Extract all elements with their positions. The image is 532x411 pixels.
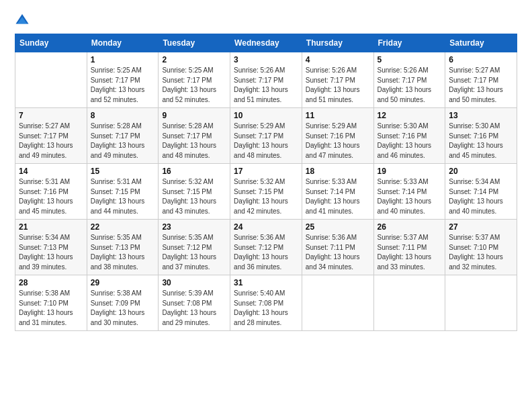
calendar-cell: 29Sunrise: 5:38 AM Sunset: 7:09 PM Dayli… bbox=[87, 275, 159, 331]
day-info: Sunrise: 5:36 AM Sunset: 7:12 PM Dayligh… bbox=[234, 233, 298, 272]
day-number: 4 bbox=[306, 55, 370, 64]
calendar-cell: 11Sunrise: 5:29 AM Sunset: 7:16 PM Dayli… bbox=[302, 108, 373, 164]
day-info: Sunrise: 5:31 AM Sunset: 7:16 PM Dayligh… bbox=[19, 177, 83, 216]
day-number: 26 bbox=[378, 222, 442, 232]
day-info: Sunrise: 5:34 AM Sunset: 7:13 PM Dayligh… bbox=[19, 233, 83, 272]
day-info: Sunrise: 5:39 AM Sunset: 7:08 PM Dayligh… bbox=[162, 289, 226, 328]
calendar-row: 7Sunrise: 5:27 AM Sunset: 7:17 PM Daylig… bbox=[15, 108, 517, 164]
day-info: Sunrise: 5:37 AM Sunset: 7:10 PM Dayligh… bbox=[449, 233, 513, 272]
logo-area bbox=[15, 12, 32, 27]
day-info: Sunrise: 5:28 AM Sunset: 7:17 PM Dayligh… bbox=[91, 122, 155, 161]
header-cell-saturday: Saturday bbox=[445, 34, 517, 52]
calendar-cell: 4Sunrise: 5:26 AM Sunset: 7:17 PM Daylig… bbox=[302, 52, 373, 108]
day-number: 25 bbox=[306, 222, 370, 232]
calendar-header-row: SundayMondayTuesdayWednesdayThursdayFrid… bbox=[15, 34, 517, 52]
calendar-row: 14Sunrise: 5:31 AM Sunset: 7:16 PM Dayli… bbox=[15, 164, 517, 220]
day-number: 15 bbox=[91, 167, 155, 176]
calendar-cell: 28Sunrise: 5:38 AM Sunset: 7:10 PM Dayli… bbox=[15, 275, 87, 331]
calendar-cell: 24Sunrise: 5:36 AM Sunset: 7:12 PM Dayli… bbox=[230, 220, 302, 275]
header bbox=[15, 12, 517, 27]
day-info: Sunrise: 5:31 AM Sunset: 7:15 PM Dayligh… bbox=[91, 177, 155, 216]
calendar-cell: 26Sunrise: 5:37 AM Sunset: 7:11 PM Dayli… bbox=[373, 220, 445, 275]
calendar-cell: 19Sunrise: 5:33 AM Sunset: 7:14 PM Dayli… bbox=[373, 164, 445, 220]
calendar-cell: 9Sunrise: 5:28 AM Sunset: 7:17 PM Daylig… bbox=[159, 108, 230, 164]
day-info: Sunrise: 5:32 AM Sunset: 7:15 PM Dayligh… bbox=[162, 177, 226, 216]
day-info: Sunrise: 5:30 AM Sunset: 7:16 PM Dayligh… bbox=[378, 122, 442, 161]
calendar-cell: 18Sunrise: 5:33 AM Sunset: 7:14 PM Dayli… bbox=[302, 164, 373, 220]
calendar-cell: 15Sunrise: 5:31 AM Sunset: 7:15 PM Dayli… bbox=[87, 164, 159, 220]
calendar-table: SundayMondayTuesdayWednesdayThursdayFrid… bbox=[15, 34, 517, 331]
calendar-cell: 3Sunrise: 5:26 AM Sunset: 7:17 PM Daylig… bbox=[230, 52, 302, 108]
day-number: 11 bbox=[306, 111, 370, 120]
calendar-cell: 5Sunrise: 5:26 AM Sunset: 7:17 PM Daylig… bbox=[373, 52, 445, 108]
day-number: 16 bbox=[162, 167, 226, 176]
day-info: Sunrise: 5:35 AM Sunset: 7:12 PM Dayligh… bbox=[162, 233, 226, 272]
calendar-cell: 2Sunrise: 5:25 AM Sunset: 7:17 PM Daylig… bbox=[159, 52, 230, 108]
page: SundayMondayTuesdayWednesdayThursdayFrid… bbox=[0, 0, 532, 338]
calendar-cell: 13Sunrise: 5:30 AM Sunset: 7:16 PM Dayli… bbox=[445, 108, 517, 164]
day-number: 23 bbox=[162, 222, 226, 232]
calendar-cell: 6Sunrise: 5:27 AM Sunset: 7:17 PM Daylig… bbox=[445, 52, 517, 108]
day-info: Sunrise: 5:30 AM Sunset: 7:16 PM Dayligh… bbox=[449, 122, 513, 161]
day-info: Sunrise: 5:32 AM Sunset: 7:15 PM Dayligh… bbox=[234, 177, 298, 216]
day-number: 22 bbox=[91, 222, 155, 232]
day-info: Sunrise: 5:33 AM Sunset: 7:14 PM Dayligh… bbox=[306, 177, 370, 216]
day-number: 2 bbox=[162, 55, 226, 64]
header-cell-tuesday: Tuesday bbox=[159, 34, 230, 52]
day-info: Sunrise: 5:25 AM Sunset: 7:17 PM Dayligh… bbox=[91, 66, 155, 105]
calendar-cell bbox=[445, 275, 517, 331]
calendar-row: 21Sunrise: 5:34 AM Sunset: 7:13 PM Dayli… bbox=[15, 220, 517, 275]
calendar-cell: 27Sunrise: 5:37 AM Sunset: 7:10 PM Dayli… bbox=[445, 220, 517, 275]
calendar-cell: 25Sunrise: 5:36 AM Sunset: 7:11 PM Dayli… bbox=[302, 220, 373, 275]
day-info: Sunrise: 5:38 AM Sunset: 7:09 PM Dayligh… bbox=[91, 289, 155, 328]
day-info: Sunrise: 5:28 AM Sunset: 7:17 PM Dayligh… bbox=[162, 122, 226, 161]
day-info: Sunrise: 5:36 AM Sunset: 7:11 PM Dayligh… bbox=[306, 233, 370, 272]
day-info: Sunrise: 5:37 AM Sunset: 7:11 PM Dayligh… bbox=[378, 233, 442, 272]
day-number: 27 bbox=[449, 222, 513, 232]
day-number: 10 bbox=[234, 111, 298, 120]
day-info: Sunrise: 5:26 AM Sunset: 7:17 PM Dayligh… bbox=[234, 66, 298, 105]
calendar-row: 1Sunrise: 5:25 AM Sunset: 7:17 PM Daylig… bbox=[15, 52, 517, 108]
day-number: 19 bbox=[378, 167, 442, 176]
calendar-cell: 20Sunrise: 5:34 AM Sunset: 7:14 PM Dayli… bbox=[445, 164, 517, 220]
day-number: 24 bbox=[234, 222, 298, 232]
day-info: Sunrise: 5:26 AM Sunset: 7:17 PM Dayligh… bbox=[306, 66, 370, 105]
header-cell-wednesday: Wednesday bbox=[230, 34, 302, 52]
day-info: Sunrise: 5:29 AM Sunset: 7:16 PM Dayligh… bbox=[306, 122, 370, 161]
day-number: 13 bbox=[449, 111, 513, 120]
logo-icon bbox=[15, 12, 30, 27]
calendar-cell: 1Sunrise: 5:25 AM Sunset: 7:17 PM Daylig… bbox=[87, 52, 159, 108]
calendar-cell bbox=[15, 52, 87, 108]
day-number: 29 bbox=[91, 278, 155, 287]
day-number: 8 bbox=[91, 111, 155, 120]
day-number: 5 bbox=[378, 55, 442, 64]
calendar-row: 28Sunrise: 5:38 AM Sunset: 7:10 PM Dayli… bbox=[15, 275, 517, 331]
day-number: 17 bbox=[234, 167, 298, 176]
calendar-cell: 22Sunrise: 5:35 AM Sunset: 7:13 PM Dayli… bbox=[87, 220, 159, 275]
day-number: 18 bbox=[306, 167, 370, 176]
calendar-cell: 31Sunrise: 5:40 AM Sunset: 7:08 PM Dayli… bbox=[230, 275, 302, 331]
calendar-cell bbox=[373, 275, 445, 331]
day-number: 28 bbox=[19, 278, 83, 287]
calendar-cell: 21Sunrise: 5:34 AM Sunset: 7:13 PM Dayli… bbox=[15, 220, 87, 275]
day-info: Sunrise: 5:29 AM Sunset: 7:17 PM Dayligh… bbox=[234, 122, 298, 161]
day-number: 6 bbox=[449, 55, 513, 64]
day-number: 7 bbox=[19, 111, 83, 120]
day-info: Sunrise: 5:35 AM Sunset: 7:13 PM Dayligh… bbox=[91, 233, 155, 272]
calendar-cell bbox=[302, 275, 373, 331]
day-number: 12 bbox=[378, 111, 442, 120]
day-number: 14 bbox=[19, 167, 83, 176]
day-info: Sunrise: 5:25 AM Sunset: 7:17 PM Dayligh… bbox=[162, 66, 226, 105]
day-info: Sunrise: 5:27 AM Sunset: 7:17 PM Dayligh… bbox=[19, 122, 83, 161]
day-number: 3 bbox=[234, 55, 298, 64]
header-cell-thursday: Thursday bbox=[302, 34, 373, 52]
calendar-cell: 14Sunrise: 5:31 AM Sunset: 7:16 PM Dayli… bbox=[15, 164, 87, 220]
header-cell-sunday: Sunday bbox=[15, 34, 87, 52]
logo bbox=[15, 12, 32, 27]
day-info: Sunrise: 5:38 AM Sunset: 7:10 PM Dayligh… bbox=[19, 289, 83, 328]
day-number: 31 bbox=[234, 278, 298, 287]
day-number: 21 bbox=[19, 222, 83, 232]
calendar-cell: 17Sunrise: 5:32 AM Sunset: 7:15 PM Dayli… bbox=[230, 164, 302, 220]
day-info: Sunrise: 5:33 AM Sunset: 7:14 PM Dayligh… bbox=[378, 177, 442, 216]
header-cell-friday: Friday bbox=[373, 34, 445, 52]
